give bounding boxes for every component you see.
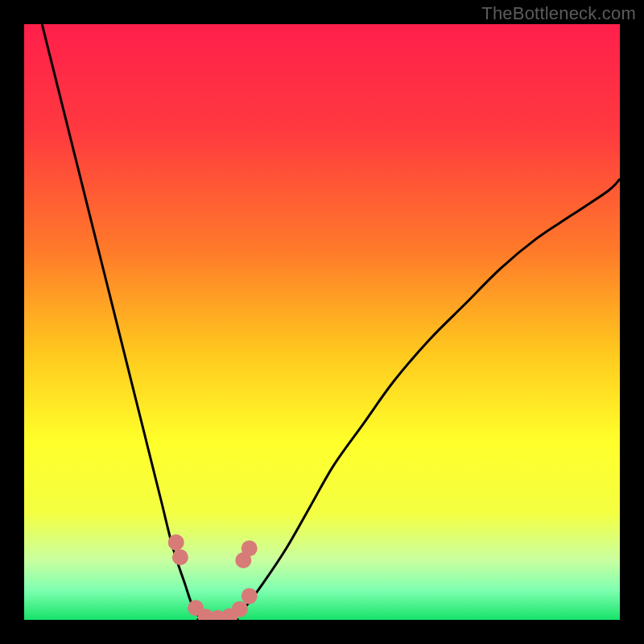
plot-area [24, 24, 620, 620]
chart-frame: TheBottleneck.com [0, 0, 644, 644]
data-marker [242, 588, 258, 604]
data-marker [172, 549, 188, 565]
chart-svg [24, 24, 620, 620]
gradient-background [24, 24, 620, 620]
data-marker [232, 601, 248, 617]
data-marker [168, 535, 184, 551]
attribution-text: TheBottleneck.com [481, 3, 636, 24]
data-marker [242, 540, 258, 556]
